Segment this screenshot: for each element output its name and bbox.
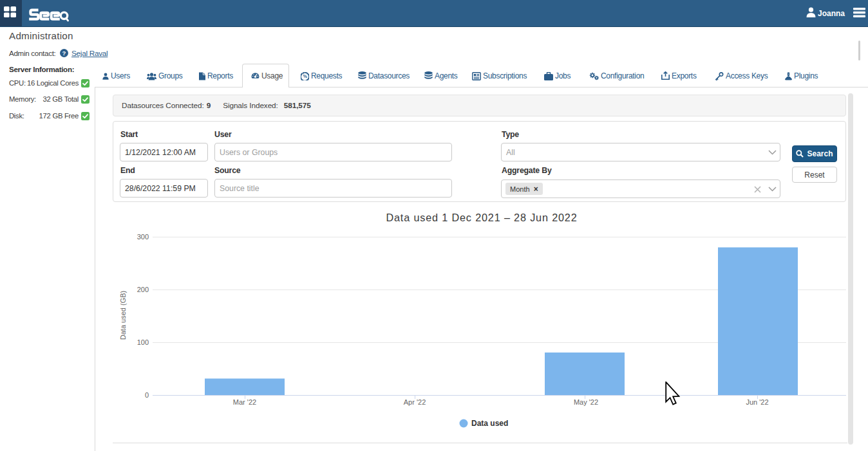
svg-text:100: 100 [137,338,149,346]
svg-text:Jun '22: Jun '22 [746,398,768,406]
svg-text:May '22: May '22 [574,398,598,406]
svg-text:Data used: Data used [471,419,508,428]
svg-text:Data used (GB): Data used (GB) [119,291,127,340]
svg-text:Data used 1 Dec 2021 – 28 Jun: Data used 1 Dec 2021 – 28 Jun 2022 [386,212,577,223]
svg-text:200: 200 [137,286,149,293]
svg-text:300: 300 [137,233,149,241]
svg-text:Mar '22: Mar '22 [233,398,256,406]
svg-text:0: 0 [145,391,149,399]
svg-text:Apr '22: Apr '22 [404,398,426,406]
svg-text:?: ? [62,49,66,56]
svg-text:%: % [303,73,308,78]
